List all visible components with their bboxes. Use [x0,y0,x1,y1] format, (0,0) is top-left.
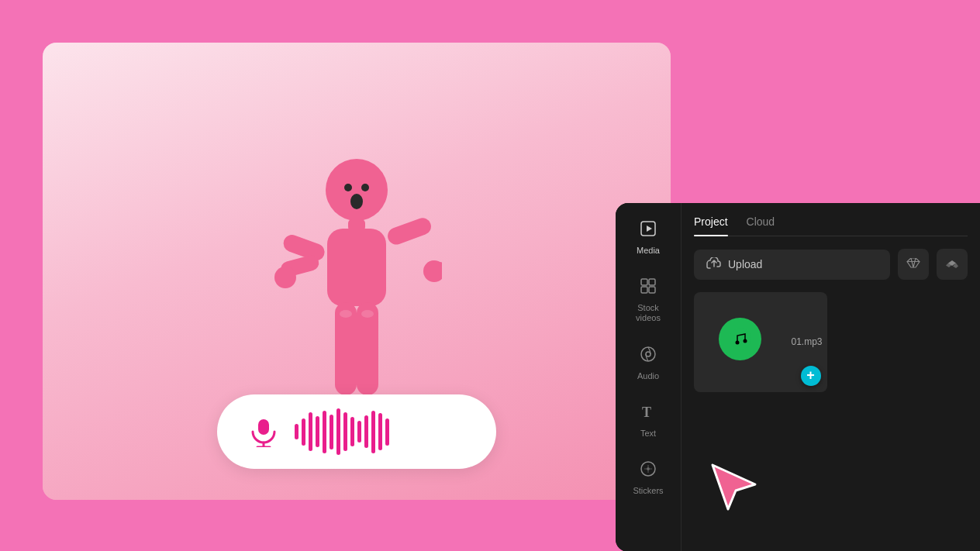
stock-videos-icon [640,277,657,299]
svg-point-3 [350,194,363,209]
waveform-bar [371,411,375,453]
upload-row: Upload [694,249,968,280]
waveform-bar [385,418,389,446]
svg-point-8 [274,267,296,288]
svg-point-1 [344,184,352,191]
upload-cloud-icon [706,257,722,272]
upload-label: Upload [728,258,762,270]
scene-background: ? ? ? [43,43,671,500]
waveform-bar [378,413,382,450]
upload-button[interactable]: Upload [694,250,890,280]
svg-point-11 [423,260,442,282]
google-drive-button[interactable] [898,249,929,280]
audio-bar [217,394,496,469]
cursor-pointer [709,461,763,518]
waveform-bar [357,421,361,443]
sidebar-stickers-label: Stickers [633,486,663,496]
svg-point-29 [647,467,650,470]
sidebar: Media Stockvideos [616,203,682,551]
waveform-bar [316,416,319,447]
waveform-bar [295,424,298,439]
svg-rect-22 [649,279,655,285]
waveform-bar [330,415,333,449]
svg-marker-33 [713,465,755,509]
cursor-svg [709,461,763,515]
svg-marker-20 [647,226,652,232]
waveform-bar [343,412,347,451]
preview-card: ? ? ? [43,43,671,500]
sidebar-text-label: Text [640,429,656,439]
add-to-timeline-button[interactable]: + [801,366,821,386]
waveform-bar [336,408,340,455]
svg-point-2 [361,184,369,191]
svg-point-15 [361,310,374,318]
mic-icon [248,416,279,447]
svg-text:T: T [642,405,651,420]
waveform-bar [323,411,326,453]
svg-rect-9 [385,215,433,247]
waveform-bar [302,418,305,446]
text-icon: T [640,403,657,425]
svg-point-32 [743,339,747,343]
svg-rect-16 [258,419,269,435]
tab-cloud[interactable]: Cloud [747,215,775,236]
media-item-inner [694,292,786,392]
sidebar-media-label: Media [637,246,660,256]
svg-point-25 [641,347,655,361]
dropbox-button[interactable] [937,249,968,280]
waveform-bar [364,415,368,448]
right-panel: Media Stockvideos [616,203,980,551]
audio-icon [640,346,657,367]
media-filename: 01.mp3 [786,332,826,352]
svg-rect-21 [641,279,647,285]
sidebar-item-text[interactable]: T Text [619,394,678,448]
sidebar-item-stickers[interactable]: Stickers [619,451,678,505]
svg-point-14 [340,310,352,318]
svg-point-0 [326,159,388,221]
tab-project[interactable]: Project [694,215,728,236]
svg-rect-24 [649,287,655,293]
media-icon [640,220,657,242]
waveform-bar [309,412,312,451]
main-background: ? ? ? [0,0,980,551]
svg-point-30 [730,328,751,350]
svg-point-26 [646,352,650,356]
media-grid: 01.mp3 + [694,292,968,392]
stick-figure [271,139,442,403]
sidebar-audio-label: Audio [637,371,659,381]
sidebar-item-audio[interactable]: Audio [619,336,678,391]
sidebar-stock-label: Stockvideos [636,303,661,323]
waveform-bar [350,417,354,446]
sidebar-item-media[interactable]: Media [619,211,678,265]
music-note-icon [719,318,761,360]
tab-bar: Project Cloud [694,215,968,236]
svg-rect-5 [327,229,386,306]
stickers-icon [640,460,657,482]
svg-rect-23 [641,287,647,293]
sidebar-item-stock-videos[interactable]: Stockvideos [619,268,678,332]
svg-point-31 [735,341,739,345]
media-item-mp3[interactable]: 01.mp3 + [694,292,827,392]
waveform [295,408,389,455]
